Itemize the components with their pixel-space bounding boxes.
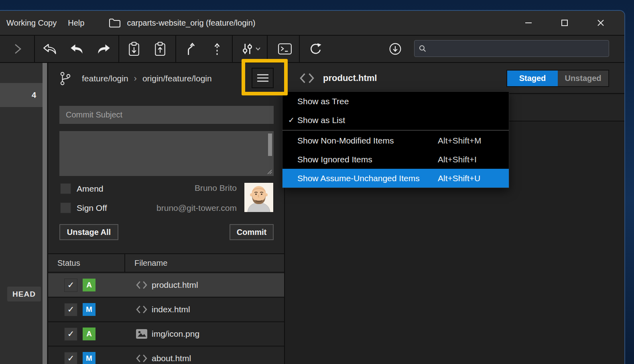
file-name: img/icon.png [152, 329, 199, 339]
signoff-checkbox[interactable]: ✓ [60, 202, 71, 213]
working-copy-panel: feature/login › origin/feature/login [48, 63, 285, 364]
file-list: ✓ A product.html ✓ [48, 273, 284, 364]
menu-item-label: Show Ignored Items [297, 155, 372, 164]
author-email: bruno@git-tower.com [128, 203, 237, 213]
file-name: about.html [152, 354, 191, 363]
check-icon: ✓ [67, 280, 75, 290]
rebase-button[interactable] [208, 36, 226, 62]
menu-item-label: Show Non-Modified Items [297, 136, 394, 146]
file-row-icon-png[interactable]: ✓ A img/icon.png [48, 322, 284, 347]
image-file-icon [136, 329, 148, 339]
merge-button[interactable] [181, 36, 200, 62]
file-row-about[interactable]: ✓ M about.html [48, 347, 284, 364]
textarea-scrollbar[interactable] [268, 133, 272, 156]
commit-message-textarea[interactable] [59, 131, 274, 176]
repo-chip: carparts-website_orig (feature/login) [108, 18, 255, 28]
menu-item-shortcut: Alt+Shift+I [438, 155, 477, 164]
download-button[interactable] [386, 36, 404, 62]
signoff-row: ✓ Sign Off [60, 202, 107, 213]
menu-help[interactable]: Help [62, 11, 90, 35]
local-branch-label[interactable]: feature/login [82, 74, 128, 83]
menu-item-show-non-modified[interactable]: ✓ Show Non-Modified Items Alt+Shift+M [282, 131, 509, 150]
chevron-down-icon [255, 47, 261, 51]
refresh-button[interactable] [307, 36, 325, 62]
workflow-menu-button[interactable] [239, 36, 262, 62]
close-button[interactable] [591, 14, 610, 32]
diff-file-name: product.html [323, 73, 377, 83]
sidebar-scrollbar[interactable] [43, 63, 47, 364]
search-icon [419, 44, 427, 53]
stash-save-button[interactable] [125, 36, 143, 62]
view-options-button[interactable] [252, 68, 274, 88]
git-branch-icon [59, 71, 71, 86]
check-icon: ✓ [67, 354, 75, 363]
menu-item-show-ignored[interactable]: ✓ Show Ignored Items Alt+Shift+I [282, 150, 509, 169]
search-box [414, 40, 609, 57]
menu-item-label: Show as List [297, 115, 345, 125]
menu-item-show-as-tree[interactable]: ✓ Show as Tree [282, 92, 509, 111]
diff-panel-header: product.html Staged Unstaged [285, 63, 624, 94]
fetch-button[interactable] [41, 36, 59, 62]
amend-row: ✓ Amend [60, 183, 104, 194]
column-divider[interactable] [124, 254, 125, 272]
menu-item-label: Show Assume-Unchanged Items [297, 174, 420, 183]
status-badge: M [83, 352, 96, 364]
head-badge[interactable]: HEAD [7, 287, 41, 301]
stage-checkbox[interactable]: ✓ [64, 352, 77, 364]
expand-sidebar-button[interactable] [9, 36, 27, 62]
check-icon: ✓ [67, 329, 75, 339]
maximize-button[interactable] [555, 14, 574, 32]
terminal-button[interactable] [276, 36, 294, 62]
stage-checkbox[interactable]: ✓ [64, 303, 77, 316]
folder-icon [108, 18, 121, 28]
column-status[interactable]: Status [48, 259, 124, 268]
signoff-label: Sign Off [77, 203, 107, 213]
push-button[interactable] [94, 36, 113, 62]
commit-subject-input[interactable] [59, 106, 274, 124]
pull-button[interactable] [68, 36, 86, 62]
menu-item-show-as-list[interactable]: ✓ Show as List [282, 111, 509, 129]
tab-unstaged[interactable]: Unstaged [558, 71, 608, 86]
branch-bar: feature/login › origin/feature/login [48, 63, 284, 94]
file-table-header: Status Filename [48, 253, 284, 273]
tab-staged[interactable]: Staged [507, 71, 558, 86]
remote-branch-label[interactable]: origin/feature/login [142, 74, 212, 83]
stage-checkbox[interactable]: ✓ [64, 279, 77, 292]
status-badge: M [83, 303, 96, 316]
menu-item-shortcut: Alt+Shift+U [438, 174, 480, 183]
view-options-menu: ✓ Show as Tree ✓ Show as List ✓ Show Non… [282, 91, 509, 188]
file-name: index.html [152, 305, 190, 314]
column-filename[interactable]: Filename [124, 259, 167, 268]
menu-divider [282, 130, 509, 131]
menu-item-show-assume-unchanged[interactable]: ✓ Show Assume-Unchanged Items Alt+Shift+… [282, 169, 509, 188]
menu-working-copy[interactable]: Working Copy [0, 11, 62, 35]
stash-pop-button[interactable] [151, 36, 169, 62]
amend-label: Amend [77, 184, 104, 194]
file-row-index[interactable]: ✓ M index.html [48, 298, 284, 322]
search-input[interactable] [430, 44, 605, 53]
status-badge: A [83, 328, 96, 340]
author-name: Bruno Brito [140, 183, 237, 193]
code-file-icon [136, 304, 148, 315]
file-name: product.html [152, 280, 198, 290]
titlebar: Working Copy Help carparts-website_orig … [0, 11, 624, 35]
unstage-all-button[interactable]: Unstage All [59, 224, 118, 240]
window-controls [519, 14, 610, 32]
changed-files-count: 4 [32, 91, 36, 100]
resize-handle[interactable] [266, 168, 272, 175]
amend-checkbox[interactable]: ✓ [60, 183, 71, 194]
branch-separator: › [134, 73, 137, 84]
menu-check-icon: ✓ [287, 115, 296, 125]
working-copy-row[interactable]: 4 [0, 83, 43, 107]
menu-item-label: Show as Tree [297, 97, 349, 106]
repo-title: carparts-website_orig (feature/login) [127, 18, 255, 28]
staged-unstaged-toggle: Staged Unstaged [506, 70, 609, 87]
toolbar [0, 35, 624, 63]
status-badge: A [83, 279, 96, 291]
commit-button[interactable]: Commit [230, 224, 274, 240]
file-row-product[interactable]: ✓ A product.html [48, 273, 284, 298]
check-icon: ✓ [67, 305, 75, 314]
menu-item-shortcut: Alt+Shift+M [438, 136, 482, 146]
minimize-button[interactable] [519, 14, 538, 32]
stage-checkbox[interactable]: ✓ [64, 328, 77, 341]
